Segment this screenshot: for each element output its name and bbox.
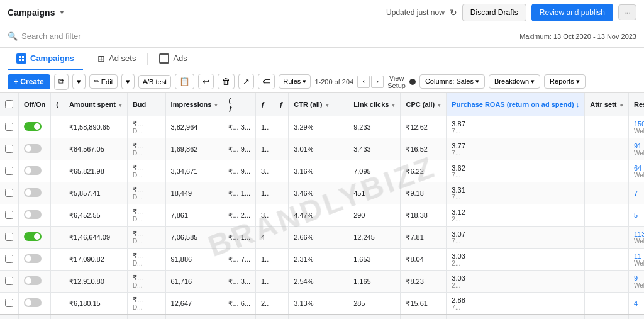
- rules-button[interactable]: Rules ▾: [279, 74, 311, 89]
- row-budget: ₹...D...: [127, 293, 165, 315]
- row-impressions: 7,06,585: [165, 227, 223, 249]
- undo-button[interactable]: ↩: [198, 74, 214, 89]
- row-results: 4: [628, 293, 644, 315]
- th-offon[interactable]: Off/On: [19, 93, 51, 116]
- discard-drafts-button[interactable]: Discard Drafts: [462, 4, 526, 21]
- row-attrset: [585, 293, 629, 315]
- row-results: 150Website purcha...: [628, 116, 644, 138]
- row-f1: 1..: [255, 116, 274, 138]
- ab-test-button[interactable]: A/B test: [138, 75, 172, 89]
- create-button[interactable]: + Create: [8, 74, 50, 89]
- row-checkbox[interactable]: [0, 249, 19, 271]
- row-c: [51, 293, 64, 315]
- th-link-clicks[interactable]: Link clicks ▾: [348, 93, 401, 116]
- prev-page-button[interactable]: ‹: [357, 76, 370, 88]
- row-checkbox[interactable]: [0, 227, 19, 249]
- search-placeholder[interactable]: Search and filter: [21, 31, 81, 41]
- row-purchase-roas: 3.032...: [447, 271, 585, 293]
- copy-button[interactable]: 📋: [175, 74, 194, 89]
- th-purchase-roas[interactable]: Purchase ROAS (return on ad spend) ↓: [447, 93, 585, 116]
- th-cpc[interactable]: CPC (all) ▾: [401, 93, 447, 116]
- row-impressions: 91,886: [165, 249, 223, 271]
- row-impressions: 3,82,964: [165, 116, 223, 138]
- view-setup-button[interactable]: View Setup: [387, 74, 406, 89]
- row-f2: [274, 116, 289, 138]
- th-f2[interactable]: ƒ: [274, 93, 289, 116]
- row-checkbox[interactable]: [0, 138, 19, 160]
- row-cpc: ₹12.62: [401, 116, 447, 138]
- share-button[interactable]: ↗: [238, 74, 254, 89]
- th-f1[interactable]: ƒ: [255, 93, 274, 116]
- refresh-icon[interactable]: ↻: [450, 8, 457, 18]
- row-f2: [274, 249, 289, 271]
- row-ctr: 2.31%: [289, 249, 348, 271]
- th-results[interactable]: Results ▾: [628, 93, 644, 116]
- top-bar-left: Campaigns ▼: [8, 8, 65, 18]
- select-all-checkbox[interactable]: [5, 100, 13, 108]
- row-toggle[interactable]: [19, 227, 51, 249]
- row-checkbox[interactable]: [0, 182, 19, 204]
- row-results: 11Website purcha...: [628, 249, 644, 271]
- ads-icon: [159, 53, 169, 64]
- tab-ads[interactable]: Ads: [150, 48, 196, 70]
- row-results: 5: [628, 204, 644, 227]
- dropdown-button[interactable]: ▾: [72, 74, 86, 89]
- th-impressions[interactable]: Impressions ▾: [165, 93, 223, 116]
- breakdown-button[interactable]: Breakdown ▾: [489, 74, 540, 89]
- th-c[interactable]: (: [51, 93, 64, 116]
- row-cpc: ₹18.38: [401, 204, 447, 227]
- row-link-clicks: 7,095: [348, 160, 401, 182]
- row-c: [51, 271, 64, 293]
- th-ctr[interactable]: CTR (all) ▾: [289, 93, 348, 116]
- svg-rect-1: [22, 56, 24, 58]
- more-options-button[interactable]: ···: [618, 4, 636, 20]
- row-toggle[interactable]: [19, 138, 51, 160]
- th-amount-spent[interactable]: Amount spent ▾: [64, 93, 127, 116]
- tab-campaigns[interactable]: Campaigns: [8, 48, 83, 70]
- tag-button[interactable]: 🏷: [258, 74, 275, 89]
- th-c2[interactable]: (ƒ: [223, 93, 256, 116]
- row-amount-spent: ₹1,46,644.09: [64, 227, 127, 249]
- tab-adsets[interactable]: ⊞ Ad sets: [89, 48, 145, 70]
- row-checkbox[interactable]: [0, 293, 19, 315]
- table-row: ₹84,567.05 ₹...D... 1,69,862 ₹... 9... 1…: [0, 138, 644, 160]
- row-amount-spent: ₹5,857.41: [64, 182, 127, 204]
- row-f2: [274, 138, 289, 160]
- svg-rect-0: [19, 56, 21, 58]
- row-cpc: ₹8.23: [401, 271, 447, 293]
- top-bar-right: Updated just now ↻ Discard Drafts Review…: [386, 4, 636, 21]
- row-cpc: ₹9.18: [401, 182, 447, 204]
- th-attrset[interactable]: Attr sett ●: [585, 93, 629, 116]
- th-checkbox[interactable]: [0, 93, 19, 116]
- edit-dropdown-button[interactable]: ▾: [121, 74, 135, 89]
- row-toggle[interactable]: [19, 182, 51, 204]
- edit-button[interactable]: ✏ Edit: [89, 74, 118, 89]
- columns-button[interactable]: Columns: Sales ▾: [419, 74, 485, 89]
- row-checkbox[interactable]: [0, 204, 19, 227]
- campaign-dropdown[interactable]: Campaigns ▼: [8, 8, 65, 18]
- row-toggle[interactable]: [19, 249, 51, 271]
- svg-rect-3: [22, 59, 24, 61]
- row-toggle[interactable]: [19, 271, 51, 293]
- duplicate-button[interactable]: ⧉: [54, 74, 69, 90]
- row-link-clicks: 3,433: [348, 138, 401, 160]
- delete-button[interactable]: 🗑: [218, 74, 235, 89]
- row-checkbox[interactable]: [0, 271, 19, 293]
- row-budget: ₹...D...: [127, 138, 165, 160]
- row-toggle[interactable]: [19, 293, 51, 315]
- th-budget[interactable]: Bud: [127, 93, 165, 116]
- review-publish-button[interactable]: Review and publish: [531, 4, 613, 21]
- row-link-clicks: 1,165: [348, 271, 401, 293]
- row-c: [51, 138, 64, 160]
- row-checkbox[interactable]: [0, 160, 19, 182]
- table-row: ₹65,821.98 ₹...D... 3,34,671 ₹... 9... 3…: [0, 160, 644, 182]
- table-row: ₹1,46,644.09 ₹...D... 7,06,585 ₹... 1...…: [0, 227, 644, 249]
- reports-button[interactable]: Reports ▾: [544, 74, 586, 89]
- row-checkbox[interactable]: [0, 116, 19, 138]
- next-page-button[interactable]: ›: [371, 76, 384, 88]
- row-amount-spent: ₹65,821.98: [64, 160, 127, 182]
- row-toggle[interactable]: [19, 116, 51, 138]
- row-budget: ₹...D...: [127, 249, 165, 271]
- row-toggle[interactable]: [19, 204, 51, 227]
- row-toggle[interactable]: [19, 160, 51, 182]
